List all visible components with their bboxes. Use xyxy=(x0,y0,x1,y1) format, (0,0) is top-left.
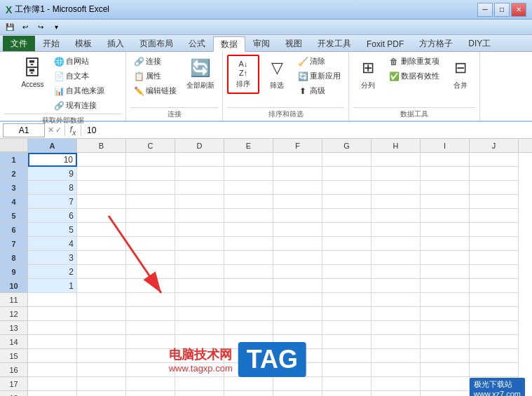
list-item[interactable] xyxy=(224,223,273,237)
list-item[interactable]: 4 xyxy=(28,237,77,251)
tab-page-layout[interactable]: 页面布局 xyxy=(132,36,181,51)
refresh-all-button[interactable]: 🔄 全部刷新 xyxy=(183,55,218,93)
col-header-E[interactable]: E xyxy=(224,139,273,152)
reapply-button[interactable]: 🔄 重新应用 xyxy=(294,69,344,83)
list-item[interactable] xyxy=(273,363,322,377)
list-item[interactable] xyxy=(322,307,371,321)
list-item[interactable] xyxy=(126,167,175,181)
list-item[interactable] xyxy=(322,391,371,396)
col-header-I[interactable]: I xyxy=(421,139,470,152)
list-item[interactable] xyxy=(371,363,421,377)
maximize-button[interactable]: □ xyxy=(494,3,510,17)
list-item[interactable]: 10 xyxy=(28,153,77,167)
col-header-J[interactable]: J xyxy=(470,139,519,152)
list-item[interactable] xyxy=(28,349,77,363)
row-header-11[interactable]: 11 xyxy=(0,293,28,307)
split-column-button[interactable]: ⊞ 分列 xyxy=(353,55,383,93)
list-item[interactable] xyxy=(224,153,273,167)
list-item[interactable] xyxy=(470,349,519,363)
undo-button[interactable]: ↩ xyxy=(18,21,32,34)
filter-button[interactable]: ▽ 筛选 xyxy=(262,55,292,93)
list-item[interactable] xyxy=(175,251,224,265)
list-item[interactable] xyxy=(126,321,175,335)
list-item[interactable] xyxy=(421,363,470,377)
list-item[interactable] xyxy=(175,167,224,181)
list-item[interactable] xyxy=(421,237,470,251)
list-item[interactable] xyxy=(421,223,470,237)
list-item[interactable] xyxy=(421,335,470,349)
list-item[interactable] xyxy=(175,223,224,237)
edit-links-button[interactable]: ✏️ 编辑链接 xyxy=(130,84,180,97)
list-item[interactable] xyxy=(126,377,175,391)
list-item[interactable] xyxy=(421,209,470,223)
list-item[interactable] xyxy=(371,181,421,195)
row-header-8[interactable]: 8 xyxy=(0,251,28,265)
list-item[interactable] xyxy=(273,377,322,391)
row-header-14[interactable]: 14 xyxy=(0,335,28,349)
list-item[interactable] xyxy=(175,391,224,396)
row-header-12[interactable]: 12 xyxy=(0,307,28,321)
list-item[interactable] xyxy=(224,377,273,391)
list-item[interactable] xyxy=(371,237,421,251)
list-item[interactable] xyxy=(470,335,519,349)
col-header-F[interactable]: F xyxy=(273,139,322,152)
list-item[interactable]: 5 xyxy=(28,223,77,237)
list-item[interactable] xyxy=(77,335,126,349)
list-item[interactable] xyxy=(470,167,519,181)
list-item[interactable] xyxy=(371,153,421,167)
row-header-15[interactable]: 15 xyxy=(0,349,28,363)
list-item[interactable] xyxy=(126,237,175,251)
list-item[interactable] xyxy=(77,307,126,321)
list-item[interactable] xyxy=(224,307,273,321)
list-item[interactable] xyxy=(421,153,470,167)
text-button[interactable]: 📄 自文本 xyxy=(50,69,108,83)
list-item[interactable] xyxy=(126,391,175,396)
list-item[interactable] xyxy=(126,363,175,377)
list-item[interactable] xyxy=(470,209,519,223)
list-item[interactable] xyxy=(371,391,421,396)
list-item[interactable] xyxy=(371,209,421,223)
list-item[interactable] xyxy=(273,293,322,307)
list-item[interactable] xyxy=(421,279,470,293)
cell-name-box[interactable] xyxy=(3,123,45,137)
list-item[interactable] xyxy=(273,321,322,335)
col-header-B[interactable]: B xyxy=(77,139,126,152)
list-item[interactable] xyxy=(470,363,519,377)
list-item[interactable] xyxy=(322,265,371,279)
list-item[interactable] xyxy=(322,377,371,391)
tab-file[interactable]: 文件 xyxy=(3,36,35,51)
list-item[interactable] xyxy=(371,167,421,181)
web-button[interactable]: 🌐 自网站 xyxy=(50,55,108,68)
formula-input[interactable] xyxy=(84,123,529,137)
list-item[interactable] xyxy=(224,181,273,195)
list-item[interactable] xyxy=(371,377,421,391)
list-item[interactable] xyxy=(126,209,175,223)
list-item[interactable] xyxy=(126,223,175,237)
list-item[interactable] xyxy=(273,223,322,237)
confirm-input-icon[interactable]: ✓ xyxy=(55,125,62,135)
list-item[interactable] xyxy=(470,279,519,293)
list-item[interactable] xyxy=(322,195,371,209)
advanced-button[interactable]: ⬆ 高级 xyxy=(294,84,344,97)
list-item[interactable] xyxy=(175,237,224,251)
list-item[interactable] xyxy=(273,265,322,279)
tab-diy[interactable]: DIY工 xyxy=(461,36,498,51)
list-item[interactable] xyxy=(175,279,224,293)
list-item[interactable] xyxy=(273,209,322,223)
list-item[interactable] xyxy=(273,237,322,251)
title-bar-controls[interactable]: ─ □ ✕ xyxy=(477,3,526,17)
cancel-input-icon[interactable]: ✕ xyxy=(48,125,54,135)
list-item[interactable] xyxy=(175,377,224,391)
list-item[interactable]: 9 xyxy=(28,167,77,181)
row-header-4[interactable]: 4 xyxy=(0,195,28,209)
list-item[interactable] xyxy=(126,307,175,321)
row-header-6[interactable]: 6 xyxy=(0,223,28,237)
list-item[interactable] xyxy=(322,279,371,293)
list-item[interactable] xyxy=(273,279,322,293)
list-item[interactable] xyxy=(470,293,519,307)
list-item[interactable] xyxy=(371,251,421,265)
list-item[interactable] xyxy=(77,251,126,265)
list-item[interactable] xyxy=(77,349,126,363)
list-item[interactable] xyxy=(28,335,77,349)
list-item[interactable] xyxy=(470,223,519,237)
